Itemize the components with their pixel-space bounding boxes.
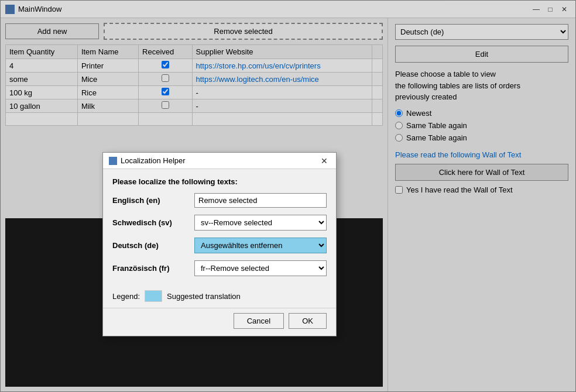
legend-swatch [145, 290, 162, 302]
field-row-french: Französisch (fr) fr--Remove selected Sup… [112, 260, 327, 276]
cancel-button[interactable]: Cancel [234, 313, 284, 329]
german-select[interactable]: Ausgewähltes entfernen Entfernen ausgewä… [194, 238, 327, 253]
dialog-body: Please localize the following texts: Eng… [103, 169, 336, 284]
french-select[interactable]: fr--Remove selected Supprimer sélectionn… [194, 260, 327, 276]
dialog-close-button[interactable]: ✕ [318, 155, 330, 167]
dialog-footer: Cancel OK [103, 308, 336, 336]
dialog-title-bar: Localization Helper ✕ [103, 153, 336, 169]
swedish-select[interactable]: sv--Remove selected Remove selected Ta b… [194, 215, 327, 231]
field-row-swedish: Schwedisch (sv) sv--Remove selected Remo… [112, 215, 327, 231]
dialog-app-icon [109, 157, 117, 165]
legend-description: Suggested translation [167, 292, 241, 301]
field-row-english: Englisch (en) [112, 193, 327, 208]
ok-button[interactable]: OK [289, 313, 327, 329]
english-input[interactable] [194, 193, 327, 208]
field-label-swedish: Schwedisch (sv) [112, 218, 188, 227]
field-label-german: Deutsch (de) [112, 241, 188, 250]
field-label-french: Französisch (fr) [112, 264, 188, 273]
dialog-legend: Legend: Suggested translation [103, 284, 336, 308]
dialog-instruction: Please localize the following texts: [112, 177, 327, 186]
legend-label: Legend: [112, 292, 140, 301]
dialog-title-text: Localization Helper [121, 156, 186, 165]
localization-dialog: Localization Helper ✕ Please localize th… [102, 152, 337, 336]
field-label-english: Englisch (en) [112, 196, 188, 205]
field-row-german: Deutsch (de) Ausgewähltes entfernen Entf… [112, 238, 327, 253]
